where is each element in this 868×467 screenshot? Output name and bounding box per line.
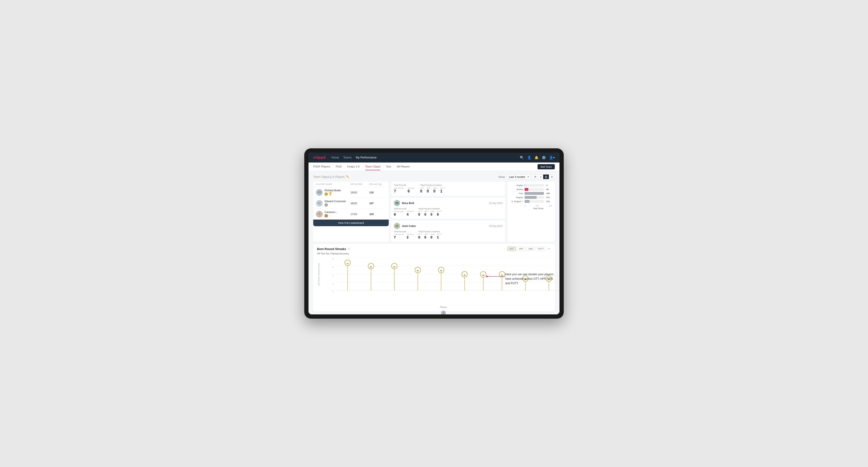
- user-icon[interactable]: 👤: [527, 156, 531, 159]
- player-avg-3: 103: [369, 213, 386, 216]
- team-header-row: Team Clippd | 14 Players ✏️ Show Last 3 …: [313, 174, 555, 179]
- bar-fill-bogeys: [525, 196, 536, 199]
- nav-links: Home Teams My Performance: [331, 155, 514, 160]
- total-rounds-label: Total Rounds: [394, 184, 414, 186]
- player-card-rees: RB Rees Britt 02 Sep 2023 Total Rounds T…: [391, 198, 505, 219]
- sub-nav-pgat[interactable]: PGAT Players: [313, 163, 330, 170]
- bar-value-bogeys: 311: [546, 196, 552, 198]
- y-tick-6: 6: [320, 266, 334, 268]
- streak-tab-app[interactable]: APP: [517, 247, 525, 251]
- bar-value-birdies: 96: [546, 188, 552, 191]
- avatar-josh: JC: [394, 223, 400, 229]
- svg-text:4x: 4x: [483, 274, 484, 276]
- view-list-btn[interactable]: ≡: [538, 175, 543, 179]
- view-full-leaderboard-button[interactable]: View Full Leaderboard: [313, 220, 389, 226]
- avatar-3: C: [316, 211, 323, 217]
- view-table-btn[interactable]: ⊟: [549, 175, 555, 179]
- streaks-card: Best Round Streaks ← OTT APP ARG PUTT ← …: [313, 244, 555, 311]
- player-name-josh: Josh Coles: [402, 224, 416, 227]
- svg-text:7x: 7x: [347, 263, 349, 264]
- bell-icon[interactable]: 🔔: [534, 156, 538, 159]
- y-tick-8: 8: [320, 258, 334, 260]
- sub-nav-all-players[interactable]: All Players: [397, 163, 410, 170]
- josh-act-vals: OTT 0 APP 0 ARG 0: [418, 233, 442, 239]
- player-score-1: 19/20: [350, 191, 369, 194]
- sub-nav-team-clippd[interactable]: Team Clippd: [365, 163, 380, 170]
- arg-stat: ARG 0: [433, 187, 437, 193]
- search-icon[interactable]: 🔍: [520, 156, 524, 159]
- ott-label: OTT: [420, 187, 424, 189]
- axis-label-400: 400: [549, 205, 552, 207]
- rees-act-vals: OTT 0 APP 0 ARG 0: [418, 210, 442, 216]
- bar-chart-area: Eagles 3 Birdies 96: [510, 184, 552, 203]
- nav-bar: clippd Home Teams My Performance 🔍 👤 🔔 ⚙…: [309, 153, 559, 162]
- rees-app: APP 0: [424, 210, 428, 216]
- table-row[interactable]: RB Richard Butler 1 🏆 19/20 110: [313, 187, 389, 198]
- nav-home[interactable]: Home: [331, 155, 339, 160]
- lb-col-player: PLAYER NAME: [316, 183, 350, 185]
- app-stat: APP 0: [427, 187, 431, 193]
- view-card-btn[interactable]: ▤: [543, 175, 549, 179]
- avatar-2: EC: [316, 200, 323, 207]
- sub-nav-hcaps[interactable]: Hcaps 1-5: [347, 163, 360, 170]
- bar-label-eagles: Eagles: [510, 184, 523, 187]
- x-axis-label: Players: [317, 306, 551, 308]
- rees-arg: ARG 0: [431, 210, 434, 216]
- streak-tab-arg[interactable]: ARG: [526, 247, 535, 251]
- edit-icon[interactable]: ✏️: [346, 175, 349, 178]
- josh-putt: PUTT 1: [437, 233, 442, 239]
- nav-teams[interactable]: Teams: [343, 155, 351, 160]
- settings-icon[interactable]: ⚙️: [542, 156, 546, 159]
- profile-icon[interactable]: 👤▾: [549, 156, 555, 159]
- streaks-tab-group: OTT APP ARG PUTT ←: [507, 247, 551, 251]
- player-details-3: Cameron... 3: [324, 211, 337, 217]
- table-row[interactable]: EC Edward Crossman 2 18/20 107: [313, 198, 389, 209]
- show-label: Show: [498, 176, 505, 178]
- bar-value-dbogeys: 131: [546, 200, 552, 203]
- player-details-2: Edward Crossman 2: [324, 200, 346, 207]
- bar-row-birdies: Birdies 96: [510, 188, 552, 191]
- avatar-rees: RB: [394, 200, 400, 206]
- player-name-2: Edward Crossman: [324, 200, 346, 203]
- tablet-screen: clippd Home Teams My Performance 🔍 👤 🔔 ⚙…: [309, 153, 559, 314]
- sub-nav-pga[interactable]: PGA: [336, 163, 342, 170]
- bar-value-eagles: 3: [546, 184, 552, 187]
- svg-text:6x: 6x: [394, 266, 395, 268]
- arg-label: ARG: [433, 187, 437, 189]
- show-select[interactable]: Last 3 months Last 6 months Last year: [507, 175, 530, 179]
- player-avg-2: 107: [369, 202, 386, 205]
- player-date-josh: 26 Aug 2023: [489, 225, 502, 227]
- player-date-rees: 02 Sep 2023: [489, 202, 502, 205]
- app-logo: clippd: [313, 155, 326, 160]
- leaderboard-header: PLAYER NAME PB SCORE PB AVG SQ: [313, 182, 389, 187]
- practice-label: Practice: [408, 187, 414, 189]
- y-axis-label-container: Best Streak, Fairway Accuracy: [317, 258, 320, 291]
- player-info-3: C Cameron... 3: [316, 211, 350, 217]
- app-label: APP: [427, 187, 431, 189]
- rees-practice: Practice 4: [407, 210, 413, 216]
- pc-header-josh: JC Josh Coles 26 Aug 2023: [394, 223, 502, 229]
- streak-tab-ott[interactable]: OTT: [507, 247, 516, 251]
- bar-chart-card: Eagles 3 Birdies 96: [507, 182, 555, 242]
- avatar-quick: C: [441, 311, 446, 314]
- tournament-stat: Tournament 7: [394, 187, 404, 193]
- table-row[interactable]: C Cameron... 3 17/20 103: [313, 209, 389, 220]
- josh-arg: ARG 0: [431, 233, 434, 239]
- player-name-3: Cameron...: [324, 211, 337, 214]
- arg-val: 0: [433, 189, 437, 193]
- player-score-3: 17/20: [350, 213, 369, 216]
- bar-fill-pars: [525, 192, 544, 195]
- nav-my-performance[interactable]: My Performance: [356, 155, 376, 160]
- axis-label-200: 200: [536, 205, 539, 207]
- view-grid-btn[interactable]: ⊞: [533, 175, 538, 179]
- player-score-2: 18/20: [350, 202, 369, 205]
- josh-app: APP 0: [424, 233, 428, 239]
- sub-nav-tour[interactable]: Tour: [386, 163, 391, 170]
- practice-val: 6: [408, 189, 414, 193]
- add-team-button[interactable]: Add Team: [537, 164, 555, 169]
- josh-stats: Total Rounds Tournament 7 Practice 2: [394, 230, 502, 239]
- streak-tab-putt[interactable]: PUTT: [536, 247, 546, 251]
- lb-col-avg: PB AVG SQ: [369, 183, 386, 185]
- josh-ott: OTT 0: [418, 233, 422, 239]
- axis-label-0: 0: [525, 205, 526, 207]
